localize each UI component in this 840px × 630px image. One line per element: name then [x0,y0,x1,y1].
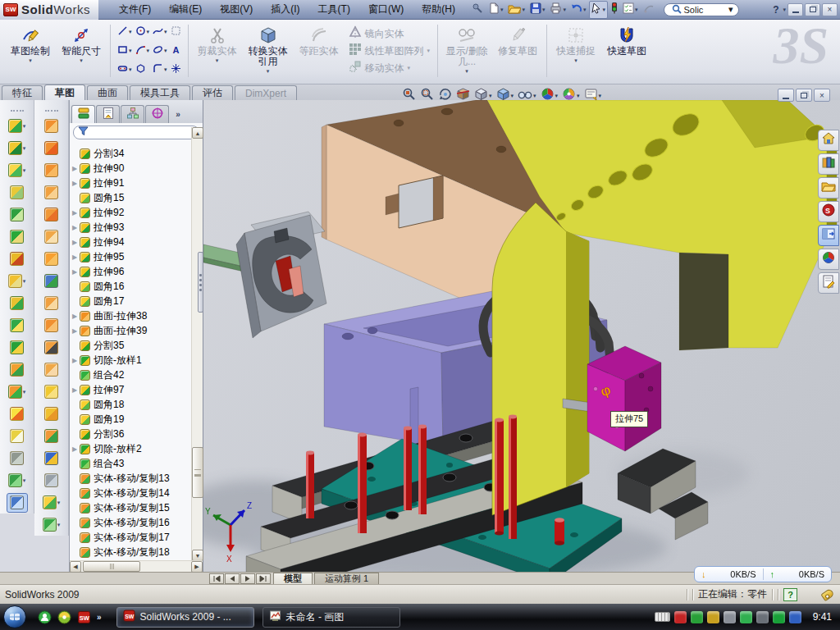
chevron-down-icon[interactable]: ▾ [599,93,602,99]
toolbar-grip[interactable] [45,110,58,112]
sketch-fillet-button[interactable]: ▾ [151,61,169,80]
chevron-down-icon[interactable]: ▾ [23,123,26,130]
scroll-left-button[interactable]: ◀ [70,561,81,573]
tree-item[interactable]: 实体-移动/复制16 [70,515,189,530]
rib-button[interactable] [0,203,34,226]
solidworks-quick-icon[interactable]: SW [77,610,91,624]
mirror-feature-button[interactable] [0,292,34,314]
instant3d-button[interactable] [0,491,34,514]
knit-surface-button[interactable] [34,203,68,226]
tree-item[interactable]: 组合43 [70,456,189,471]
tree-item[interactable]: ▶曲面-拉伸39 [70,323,189,338]
chevron-down-icon[interactable]: ▾ [164,29,167,35]
tree-item[interactable]: ▶拉伸93 [70,220,189,235]
panel-splitter[interactable] [198,252,203,313]
tray-speaker-icon[interactable] [724,611,736,623]
custom-properties-button[interactable] [818,272,839,294]
menu-item[interactable]: 插入(I) [262,0,308,19]
tree-item[interactable]: ▶拉伸97 [70,382,189,397]
help-button[interactable]: ? [769,4,782,16]
restore-button[interactable] [805,3,820,16]
swept-surface-button[interactable] [34,159,68,181]
stoplight-button[interactable] [609,1,619,18]
messenger-icon[interactable] [38,610,52,624]
start-button[interactable] [3,605,26,628]
move-entities-button[interactable]: 移动实体▾ [346,60,433,77]
tree-horizontal-scrollbar[interactable]: ◀ ▶ [70,560,203,572]
chevron-down-icon[interactable]: ▾ [23,145,26,152]
chevron-down-icon[interactable]: ▾ [427,48,431,54]
close-button[interactable]: × [822,3,838,16]
sketch-button[interactable]: 草图绘制▾ [5,22,56,80]
tree-vertical-scrollbar[interactable]: ▲ ▼ [191,127,203,561]
tree-item[interactable]: ▶拉伸94 [70,235,189,249]
chevron-down-icon[interactable]: ▾ [57,522,61,528]
mirror-entities-button[interactable]: 镜向实体 [346,25,433,43]
tab-运动算例 1[interactable]: 运动算例 1 [314,573,379,584]
resources-home-button[interactable] [818,130,839,151]
chevron-down-icon[interactable]: ▾ [164,66,167,73]
graphics-area[interactable]: φ Y [203,100,840,572]
hole-wizard-button[interactable] [0,248,34,270]
tab-DimXpert[interactable]: DimXpert [235,85,297,100]
chevron-down-icon[interactable]: ▾ [533,93,536,99]
tab-模具工具[interactable]: 模具工具 [130,85,190,100]
scroll-up-button[interactable]: ▲ [192,127,203,139]
chevron-down-icon[interactable]: ▾ [489,93,492,99]
chevron-down-icon[interactable]: ▾ [555,93,559,99]
tree-item[interactable]: ▶切除-放样1 [70,353,189,368]
chevron-down-icon[interactable]: ▾ [147,48,150,54]
scale-button[interactable] [34,425,68,447]
chevron-down-icon[interactable]: ▾ [522,7,525,13]
print-button[interactable]: ▾ [548,2,568,18]
minimize-button[interactable] [788,3,803,16]
spline-curve-button[interactable]: ▾ [0,469,34,491]
doc-minimize-button[interactable] [778,89,794,102]
spline-button[interactable]: ▾ [151,23,169,42]
trim-entities-button[interactable]: 剪裁实体▾ [192,22,243,80]
move-copy-body-button[interactable]: ▾ [0,381,34,403]
toolbar-grip[interactable] [11,110,24,112]
point-button[interactable] [169,61,183,80]
section-view-button[interactable] [454,86,472,105]
combine-bodies-button[interactable] [0,336,34,358]
ellipse-button[interactable]: ▾ [151,42,169,61]
3d-model[interactable]: φ Y [203,100,840,572]
scroll-right-button[interactable]: ▶ [191,561,203,573]
flex-button[interactable] [34,115,68,137]
parting-line-button[interactable] [34,270,68,292]
chevron-down-icon[interactable]: ▾ [542,7,546,13]
tree-item[interactable]: 分割35 [70,338,189,353]
split-body-button[interactable] [0,358,34,381]
view-palette-button[interactable] [818,225,839,246]
chevron-down-icon[interactable]: ▾ [602,7,605,13]
tree-item[interactable]: 圆角15 [70,190,189,205]
tree-item[interactable]: ▶拉伸90 [70,161,189,176]
draft-analysis-button[interactable] [34,447,68,469]
taskbar-task[interactable]: 未命名 - 画图 [262,607,400,628]
propertymanager-tab[interactable] [96,105,120,123]
planar-surface-button[interactable] [34,226,68,248]
extruded-boss-button[interactable]: ▾ [0,115,34,137]
tree-item[interactable]: 实体-移动/复制17 [70,530,189,545]
pin-button[interactable] [470,2,485,18]
tab-模型[interactable]: 模型 [273,573,313,584]
rotate-view-button[interactable] [436,86,454,105]
search-input[interactable]: Solic ▾ [664,3,739,16]
hide-show-items-button[interactable]: ▾ [516,88,538,104]
tray-blue-sync-icon[interactable] [789,611,801,623]
chevron-down-icon[interactable]: ▾ [23,477,26,484]
rectangle-button[interactable]: ▾ [116,42,134,61]
tree-item[interactable]: 圆角17 [70,294,189,308]
tray-network-warning-icon[interactable] [756,611,769,623]
chevron-down-icon[interactable]: ▾ [129,29,132,35]
selection-box-button[interactable] [169,23,183,42]
reference-geometry-button[interactable] [0,314,34,336]
insert-feature-button[interactable] [0,403,34,425]
chevron-down-icon[interactable]: ▾ [129,48,132,54]
appearances-pane-button[interactable] [818,249,839,270]
tree-item[interactable]: ▶拉伸92 [70,205,189,220]
surface-bodies-button[interactable] [34,292,68,314]
construction-line-button[interactable] [0,447,34,469]
doc-restore-button[interactable] [796,89,812,102]
